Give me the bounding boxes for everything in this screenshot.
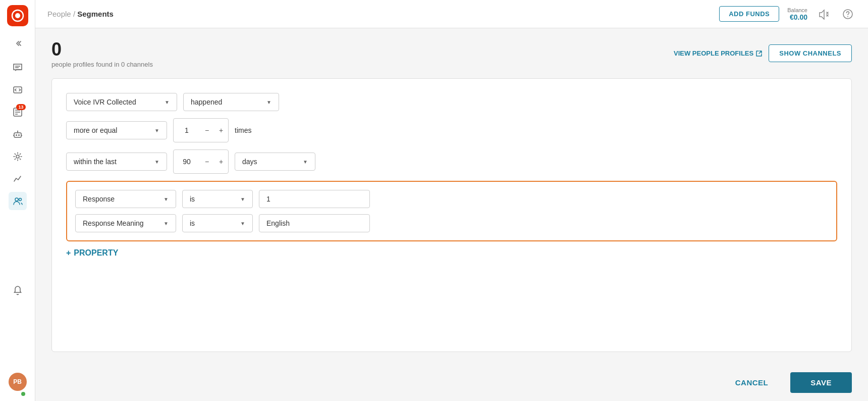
- header: People / Segments ADD FUNDS Balance €0.0…: [35, 0, 868, 28]
- chevron-down-icon: ▼: [240, 196, 245, 202]
- filter-row-event: Voice IVR Collected ▼ happened ▼: [66, 93, 837, 111]
- timeframe-value: 90: [174, 158, 200, 166]
- online-indicator: [21, 392, 25, 396]
- svg-point-18: [19, 198, 21, 201]
- show-channels-button[interactable]: SHOW CHANNELS: [769, 44, 852, 62]
- frequency-number-input: 1 − +: [173, 118, 229, 142]
- frequency-dropdown[interactable]: more or equal ▼: [66, 121, 167, 139]
- chevron-down-icon: ▼: [154, 128, 159, 133]
- gear-icon[interactable]: [9, 147, 27, 166]
- add-funds-button[interactable]: ADD FUNDS: [719, 6, 779, 22]
- svg-point-1: [15, 13, 20, 18]
- timeframe-number-input: 90 − +: [173, 149, 229, 174]
- people-count-label: people profiles found in 0 channels: [51, 61, 153, 68]
- footer-actions: CANCEL SAVE: [35, 364, 868, 401]
- people-count: 0: [51, 40, 153, 59]
- operator-1-dropdown[interactable]: is ▼: [182, 190, 253, 208]
- help-icon[interactable]: [840, 6, 856, 22]
- analytics-icon[interactable]: [9, 170, 27, 188]
- balance-label: Balance: [787, 7, 807, 13]
- balance-block: Balance €0.00: [787, 7, 807, 21]
- breadcrumb-parent[interactable]: People: [47, 10, 71, 18]
- app-logo[interactable]: [7, 5, 28, 26]
- balance-amount: €0.00: [787, 13, 807, 21]
- chat-icon[interactable]: [9, 59, 27, 77]
- filter-row-frequency: more or equal ▼ 1 − + times: [66, 118, 837, 142]
- sidebar: 13: [0, 0, 35, 401]
- chevron-down-icon: ▼: [266, 99, 272, 105]
- view-people-profiles-button[interactable]: VIEW PEOPLE PROFILES: [674, 49, 763, 57]
- chevron-down-icon: ▼: [164, 196, 169, 202]
- chevron-down-icon: ▼: [165, 99, 170, 105]
- chevron-down-icon: ▼: [303, 159, 308, 165]
- frequency-increment-button[interactable]: +: [214, 123, 228, 137]
- plus-icon: +: [66, 248, 71, 258]
- svg-point-24: [847, 16, 848, 17]
- breadcrumb: People / Segments: [47, 10, 711, 18]
- campaigns-badge: 13: [16, 104, 25, 110]
- campaigns-icon[interactable]: 13: [9, 103, 27, 121]
- chevron-down-icon: ▼: [240, 221, 245, 226]
- times-label: times: [235, 126, 251, 134]
- save-button[interactable]: SAVE: [790, 372, 852, 393]
- filter-card: Voice IVR Collected ▼ happened ▼ more or…: [51, 78, 852, 352]
- frequency-decrement-button[interactable]: −: [200, 123, 214, 137]
- property-2-dropdown[interactable]: Response Meaning ▼: [75, 214, 176, 232]
- bot-icon[interactable]: [9, 125, 27, 143]
- code-icon[interactable]: [9, 81, 27, 99]
- chevron-down-icon: ▼: [164, 221, 169, 226]
- operator-2-dropdown[interactable]: is ▼: [182, 214, 253, 232]
- cancel-button[interactable]: CANCEL: [721, 372, 783, 393]
- timeframe-dropdown[interactable]: within the last ▼: [66, 153, 167, 171]
- property-row-1: Response ▼ is ▼: [75, 190, 828, 208]
- header-actions: ADD FUNDS Balance €0.00: [719, 6, 856, 22]
- event-type-dropdown[interactable]: Voice IVR Collected ▼: [66, 93, 177, 111]
- external-link-icon: [755, 50, 763, 57]
- svg-point-10: [16, 134, 17, 136]
- filter-row-timeframe: within the last ▼ 90 − + days ▼: [66, 149, 837, 174]
- happened-dropdown[interactable]: happened ▼: [183, 93, 279, 111]
- property-2-value-input[interactable]: [259, 214, 370, 232]
- count-block: 0 people profiles found in 0 channels: [51, 40, 153, 68]
- property-1-dropdown[interactable]: Response ▼: [75, 190, 176, 208]
- page-content: 0 people profiles found in 0 channels VI…: [35, 28, 868, 364]
- property-row-2: Response Meaning ▼ is ▼: [75, 214, 828, 232]
- main-content: People / Segments ADD FUNDS Balance €0.0…: [35, 0, 868, 401]
- breadcrumb-separator: /: [73, 10, 77, 18]
- top-actions: VIEW PEOPLE PROFILES SHOW CHANNELS: [674, 44, 852, 62]
- mute-icon[interactable]: [816, 6, 832, 22]
- property-1-value-input[interactable]: [259, 190, 370, 208]
- frequency-value: 1: [174, 126, 200, 134]
- people-icon[interactable]: [9, 192, 27, 210]
- timeframe-increment-button[interactable]: +: [214, 155, 228, 169]
- breadcrumb-current: Segments: [77, 10, 114, 18]
- svg-point-17: [15, 198, 18, 201]
- collapse-sidebar-button[interactable]: [9, 34, 27, 53]
- timeframe-decrement-button[interactable]: −: [200, 155, 214, 169]
- chevron-down-icon: ▼: [154, 159, 159, 165]
- bell-icon[interactable]: [9, 281, 27, 299]
- avatar[interactable]: PB: [9, 373, 27, 391]
- svg-rect-9: [14, 133, 21, 137]
- svg-point-11: [18, 134, 20, 136]
- add-property-button[interactable]: + PROPERTY: [66, 248, 837, 258]
- svg-point-13: [17, 131, 18, 132]
- top-bar: 0 people profiles found in 0 channels VI…: [51, 40, 852, 68]
- add-property-label: PROPERTY: [74, 248, 118, 258]
- period-dropdown[interactable]: days ▼: [235, 153, 315, 171]
- svg-point-16: [16, 155, 19, 158]
- property-section: Response ▼ is ▼ Response Meaning ▼: [66, 181, 837, 241]
